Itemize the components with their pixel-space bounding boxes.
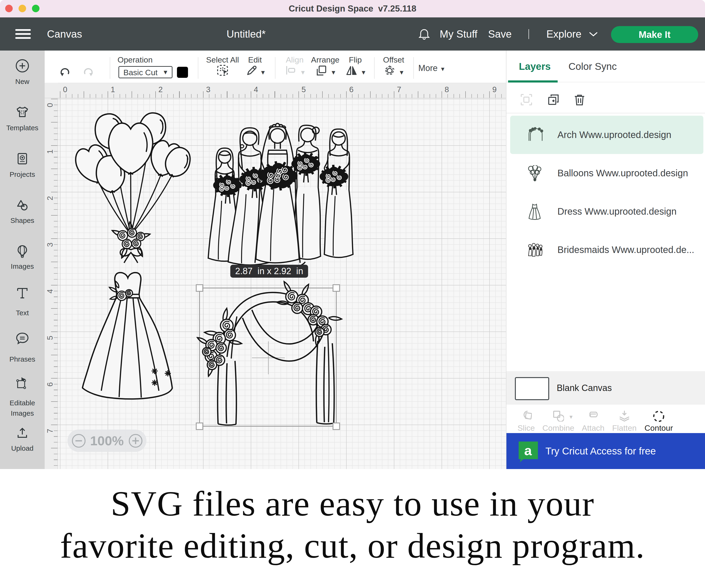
svg-text:a: a [524, 443, 532, 458]
svg-text:100%: 100% [90, 433, 124, 448]
